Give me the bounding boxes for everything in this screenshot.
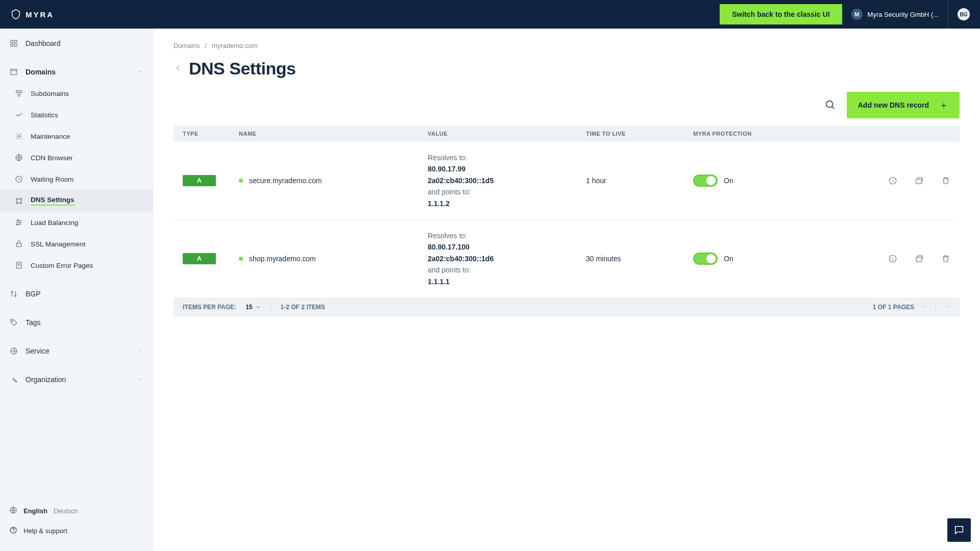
help-icon xyxy=(9,526,17,536)
sidebar-item-label: Maintenance xyxy=(31,133,70,140)
sidebar-item-organization[interactable]: Organization xyxy=(0,369,153,390)
add-dns-record-button[interactable]: Add new DNS record ＋ xyxy=(847,92,960,118)
sidebar-item-tags[interactable]: Tags xyxy=(0,312,153,333)
globe-icon xyxy=(9,346,18,356)
assign-icon xyxy=(915,176,924,185)
assign-button[interactable] xyxy=(915,176,924,185)
org-switcher[interactable]: M Myra Security GmbH (... xyxy=(842,0,948,29)
assign-icon xyxy=(915,254,924,263)
sidebar-item-waiting-room[interactable]: Waiting Room xyxy=(0,168,153,190)
svg-rect-1 xyxy=(14,40,17,43)
sidebar-item-service[interactable]: Service xyxy=(0,340,153,362)
sidebar-item-label: Statistics xyxy=(31,111,58,119)
dashboard-icon xyxy=(9,39,18,48)
sidebar-item-label: Dashboard xyxy=(26,39,61,47)
globe-icon xyxy=(9,506,17,516)
items-per-page-select[interactable]: 15 xyxy=(246,304,261,311)
sidebar-item-subdomains[interactable]: Subdomains xyxy=(0,83,153,104)
sidebar-item-error-pages[interactable]: Custom Error Pages xyxy=(0,255,153,276)
sidebar-item-statistics[interactable]: Statistics xyxy=(0,104,153,126)
sidebar-item-label: Organization xyxy=(26,375,66,384)
breadcrumb-separator: / xyxy=(205,42,207,49)
next-page-button[interactable] xyxy=(943,303,950,312)
sidebar-item-load-balancing[interactable]: Load Balancing xyxy=(0,212,153,233)
org-badge: M xyxy=(851,9,863,20)
back-button[interactable] xyxy=(174,63,183,74)
sidebar-item-cdn-browser[interactable]: CDN Browser xyxy=(0,147,153,168)
sidebar-item-label: Subdomains xyxy=(31,90,69,97)
sidebar-footer: English Deutsch Help & support xyxy=(0,494,153,551)
sidebar-item-dns-settings[interactable]: DNS Settings xyxy=(0,190,153,212)
title-row: DNS Settings xyxy=(174,59,960,79)
delete-button[interactable] xyxy=(941,176,950,185)
chat-widget[interactable] xyxy=(947,518,971,542)
brand-logo[interactable]: MYRA xyxy=(10,9,54,20)
table-header: TYPE NAME VALUE TIME TO LIVE MYRA PROTEC… xyxy=(174,126,960,142)
user-menu[interactable]: BG xyxy=(948,8,970,20)
org-name: Myra Security GmbH (... xyxy=(868,11,939,18)
divider xyxy=(936,303,936,311)
delete-button[interactable] xyxy=(941,254,950,263)
svg-rect-27 xyxy=(16,243,21,246)
shield-icon xyxy=(10,9,21,20)
status-dot-icon xyxy=(239,257,243,261)
chat-icon xyxy=(953,524,965,536)
sidebar-item-label: CDN Browser xyxy=(31,154,73,162)
th-type: TYPE xyxy=(183,131,239,137)
protection-toggle[interactable] xyxy=(693,174,718,187)
sidebar-item-label: Waiting Room xyxy=(31,176,74,183)
status-dot-icon xyxy=(239,179,243,183)
breadcrumb-current: myrademo.com xyxy=(212,42,258,49)
lang-deutsch[interactable]: Deutsch xyxy=(54,507,78,515)
protection-label: On xyxy=(724,177,733,185)
table-row[interactable]: A secure.myrademo.com Resolves to: 80.90… xyxy=(174,142,960,220)
info-button[interactable] xyxy=(888,176,897,185)
record-value: Resolves to: 80.90.17.100 2a02:cb40:300:… xyxy=(428,230,586,287)
svg-rect-45 xyxy=(916,179,922,184)
sidebar-item-label: Domains xyxy=(26,68,56,76)
clock-icon xyxy=(14,174,23,184)
lang-english[interactable]: English xyxy=(23,507,47,515)
language-switcher[interactable]: English Deutsch xyxy=(9,501,143,521)
table-footer: ITEMS PER PAGE: 15 1-2 OF 2 ITEMS 1 OF 1… xyxy=(174,298,960,317)
record-name: secure.myrademo.com xyxy=(249,177,322,185)
sidebar-item-maintenance[interactable]: Maintenance xyxy=(0,126,153,147)
sidebar-item-label: BGP xyxy=(26,290,41,298)
add-button-label: Add new DNS record xyxy=(858,101,929,109)
protection-toggle[interactable] xyxy=(693,253,718,265)
lock-icon xyxy=(14,239,23,248)
tag-icon xyxy=(9,318,18,327)
help-support-link[interactable]: Help & support xyxy=(9,521,143,541)
wrench-icon xyxy=(9,375,18,384)
breadcrumb: Domains / myrademo.com xyxy=(174,42,960,49)
assign-button[interactable] xyxy=(915,254,924,263)
svg-point-13 xyxy=(16,198,18,199)
table-row[interactable]: A shop.myrademo.com Resolves to: 80.90.1… xyxy=(174,220,960,298)
maintenance-icon xyxy=(14,132,23,141)
brand-name: MYRA xyxy=(26,10,54,19)
sidebar-item-ssl[interactable]: SSL Management xyxy=(0,233,153,255)
record-name: shop.myrademo.com xyxy=(249,255,316,263)
sidebar-item-bgp[interactable]: BGP xyxy=(0,283,153,305)
svg-rect-49 xyxy=(916,257,922,262)
sidebar-item-domains[interactable]: Domains xyxy=(0,61,153,83)
main-content: Domains / myrademo.com DNS Settings Add … xyxy=(153,29,980,551)
sidebar-item-dashboard[interactable]: Dashboard xyxy=(0,33,153,54)
subdomains-icon xyxy=(14,89,23,98)
page-range: 1 OF 1 PAGES xyxy=(873,304,914,311)
protection-label: On xyxy=(724,255,733,263)
record-ttl: 30 minutes xyxy=(586,255,693,263)
plus-icon: ＋ xyxy=(939,99,948,111)
breadcrumb-domains[interactable]: Domains xyxy=(174,42,200,49)
th-ttl: TIME TO LIVE xyxy=(586,131,693,137)
info-icon xyxy=(888,176,897,185)
prev-page-button[interactable] xyxy=(921,303,928,312)
info-button[interactable] xyxy=(888,254,897,263)
load-balancing-icon xyxy=(14,218,23,227)
svg-rect-7 xyxy=(19,91,21,93)
items-per-page-label: ITEMS PER PAGE: xyxy=(183,304,236,311)
search-button[interactable] xyxy=(821,96,840,114)
svg-rect-0 xyxy=(11,40,13,43)
chevron-down-icon xyxy=(136,375,143,384)
switch-classic-button[interactable]: Switch back to the classic UI xyxy=(720,4,842,24)
